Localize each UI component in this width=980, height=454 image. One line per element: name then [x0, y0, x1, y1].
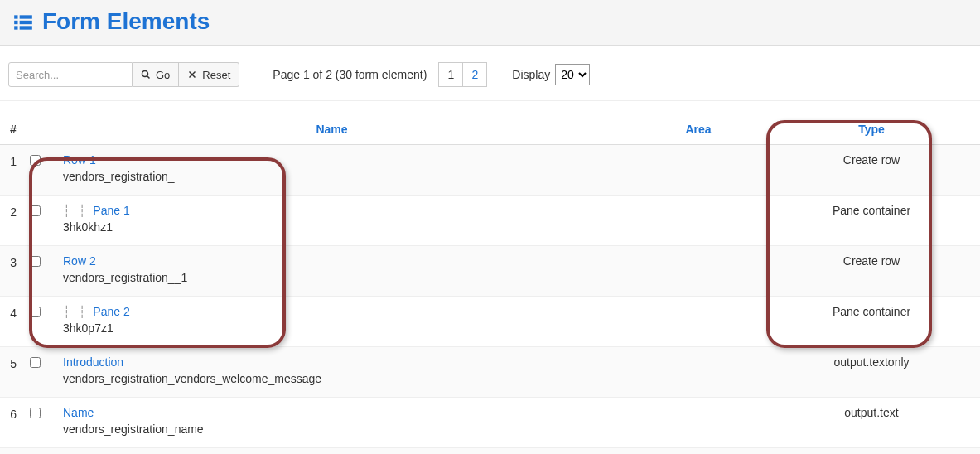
row-area [607, 297, 789, 347]
table-row: 3Row 2vendors_registration__1Create row [0, 246, 980, 297]
svg-rect-4 [14, 27, 17, 30]
row-subtitle: 3hk0p7z1 [63, 321, 601, 335]
table-row: 1Row 1vendors_registration_Create row [0, 145, 980, 196]
row-area [607, 398, 789, 448]
row-checkbox[interactable] [30, 408, 41, 418]
column-checkbox [23, 114, 56, 145]
row-type: Pane container [789, 297, 980, 347]
go-button-label: Go [156, 69, 170, 81]
row-subtitle: 3hk0khz1 [63, 220, 601, 234]
column-number: # [0, 114, 23, 145]
svg-line-7 [147, 76, 150, 79]
list-icon [12, 10, 34, 34]
row-checkbox-cell [23, 196, 56, 246]
table-row: 6Namevendors_registration_nameoutput.tex… [0, 398, 980, 448]
svg-rect-1 [20, 16, 32, 19]
search-input[interactable] [8, 62, 133, 87]
row-name-cell: Username [56, 448, 607, 455]
row-title-link[interactable]: Pane 2 [93, 305, 129, 318]
page-title: Form Elements [42, 8, 210, 35]
svg-rect-0 [14, 16, 17, 19]
search-group: Go Reset [8, 62, 239, 87]
row-title-link[interactable]: Introduction [63, 355, 123, 369]
row-name-cell: Row 1vendors_registration_ [56, 145, 607, 196]
page-1-button[interactable]: 1 [438, 62, 463, 87]
row-subtitle: vendors_registration_name [63, 423, 601, 436]
row-checkbox[interactable] [30, 357, 41, 368]
page-2-button[interactable]: 2 [462, 62, 487, 87]
row-checkbox-cell [23, 448, 56, 455]
row-checkbox-cell [23, 297, 56, 347]
svg-rect-5 [20, 27, 32, 30]
display-label: Display [512, 68, 550, 81]
row-title-link[interactable]: Name [63, 406, 94, 419]
row-checkbox[interactable] [30, 307, 41, 317]
row-area [607, 196, 789, 246]
reset-button-label: Reset [202, 69, 230, 81]
table-row: 5Introductionvendors_registration_vendor… [0, 347, 980, 398]
row-checkbox-cell [23, 347, 56, 398]
toolbar: Go Reset Page 1 of 2 (30 form element) 1… [0, 46, 980, 101]
row-title-link[interactable]: Row 1 [63, 153, 96, 167]
row-checkbox[interactable] [30, 205, 41, 216]
row-type: output.text [789, 398, 980, 448]
row-name-cell: Namevendors_registration_name [56, 398, 607, 448]
go-button[interactable]: Go [133, 62, 179, 87]
row-checkbox-cell [23, 145, 56, 196]
column-type[interactable]: Type [789, 114, 980, 145]
svg-rect-3 [20, 21, 32, 24]
row-type: Create row [789, 145, 980, 196]
row-number: 7 [0, 448, 23, 455]
row-name-cell: ┆ ┆Pane 23hk0p7z1 [56, 297, 607, 347]
row-name-cell: Row 2vendors_registration__1 [56, 246, 607, 297]
row-number: 3 [0, 246, 23, 297]
row-number: 5 [0, 347, 23, 398]
table-row: 7Username [0, 448, 980, 455]
row-checkbox-cell [23, 398, 56, 448]
row-checkbox[interactable] [30, 256, 41, 267]
form-elements-table: # Name Area Type 1Row 1vendors_registrat… [0, 114, 980, 454]
row-name-cell: ┆ ┆Pane 13hk0khz1 [56, 196, 607, 246]
row-number: 1 [0, 145, 23, 196]
svg-point-6 [142, 71, 148, 77]
row-subtitle: vendors_registration_vendors_welcome_mes… [63, 372, 601, 385]
column-name[interactable]: Name [56, 114, 607, 145]
reset-button[interactable]: Reset [179, 62, 239, 87]
row-type: Pane container [789, 196, 980, 246]
row-area [607, 448, 789, 455]
row-type [789, 448, 980, 455]
row-title-link[interactable]: Row 2 [63, 254, 96, 268]
pager-info: Page 1 of 2 (30 form element) [273, 68, 427, 81]
row-type: Create row [789, 246, 980, 297]
row-number: 2 [0, 196, 23, 246]
display-select[interactable]: 20 [555, 64, 590, 85]
row-checkbox-cell [23, 246, 56, 297]
search-icon [141, 70, 151, 80]
table-row: 4┆ ┆Pane 23hk0p7z1Pane container [0, 297, 980, 347]
row-subtitle: vendors_registration_ [63, 170, 601, 183]
svg-rect-2 [14, 21, 17, 24]
drag-handle-icon[interactable]: ┆ ┆ [63, 305, 86, 318]
row-number: 6 [0, 398, 23, 448]
row-type: output.textonly [789, 347, 980, 398]
page-header: Form Elements [0, 0, 980, 46]
row-area [607, 347, 789, 398]
row-area [607, 246, 789, 297]
row-name-cell: Introductionvendors_registration_vendors… [56, 347, 607, 398]
table-row: 2┆ ┆Pane 13hk0khz1Pane container [0, 196, 980, 246]
row-title-link[interactable]: Pane 1 [93, 204, 129, 217]
row-number: 4 [0, 297, 23, 347]
row-subtitle: vendors_registration__1 [63, 271, 601, 284]
row-area [607, 145, 789, 196]
column-area[interactable]: Area [607, 114, 789, 145]
row-checkbox[interactable] [30, 155, 41, 166]
drag-handle-icon[interactable]: ┆ ┆ [63, 204, 86, 217]
close-icon [187, 70, 197, 80]
